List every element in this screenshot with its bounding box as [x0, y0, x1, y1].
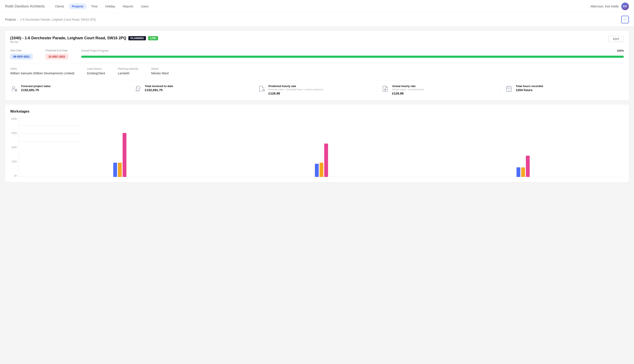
metric-title-1: Total invoiced to date: [145, 84, 173, 88]
start-date-block: Start Date 09-SEP-2021: [10, 49, 33, 60]
metric-value-2: £126.89: [269, 92, 323, 95]
planning-authority-value: Lambeth: [118, 72, 138, 75]
metric-subtitle-2: Forecast value ÷ (recorded hours × proje…: [269, 88, 323, 91]
nav-link-users[interactable]: Users: [138, 4, 152, 9]
chart-bar-1-0: [315, 164, 319, 177]
brand: Rodić Davidson Architects: [5, 4, 45, 8]
nav-link-projects[interactable]: Projects: [69, 4, 87, 9]
nav-link-holiday[interactable]: Holiday: [102, 4, 119, 9]
chart-bar-1-1: [320, 163, 323, 177]
project-bio: No bio: [10, 40, 158, 44]
y-label: 0h: [14, 174, 17, 177]
metric-title-4: Total hours recorded: [516, 84, 543, 88]
metric-content-4: Total hours recorded 1204 hours: [516, 84, 543, 92]
breadcrumb-current: 1-6 Dorchester Parade, Leigham Court Roa…: [20, 18, 96, 21]
coins-icon: [10, 84, 19, 93]
metric-content-0: Forecast project value £152,691.75: [21, 84, 51, 92]
end-date-block: Predicted End Date 31-DEC-2021: [46, 49, 69, 60]
client-label: Client: [10, 67, 74, 70]
chart-bar-2-0: [516, 167, 520, 177]
metric-content-1: Total invoiced to date £152,691.75: [145, 84, 173, 92]
greeting: Afternoon, Keir Kettle: [590, 5, 619, 8]
y-label: 600h: [11, 118, 17, 120]
planning-badge: PLANNING: [128, 36, 146, 40]
progress-percent: 100%: [617, 49, 624, 52]
breadcrumb-separator: |: [18, 18, 19, 21]
chart-bars-area: [19, 118, 624, 177]
metric-value-3: £126.89: [392, 92, 424, 95]
nav-links: ClientsProjectsTimeHolidayReportsUsers: [52, 4, 590, 9]
planning-authority-label: Planning authority: [118, 67, 138, 70]
metric-value-1: £152,691.75: [145, 88, 173, 92]
metric-item-2: Predicted hourly rate Forecast value ÷ (…: [253, 84, 377, 95]
start-date-label: Start Date: [10, 49, 33, 52]
progress-block: Overall Project Progress 100%: [81, 49, 624, 58]
owner-block: Owner Nikolas Ward: [151, 67, 169, 75]
metric-title-0: Forecast project value: [21, 84, 51, 88]
live-badge: LIVE: [148, 36, 158, 40]
progress-label: Overall Project Progress: [81, 49, 109, 52]
lead-source-block: Lead Source ExistingClient: [87, 67, 105, 75]
edit-button[interactable]: EDIT: [608, 36, 624, 42]
chart-bar-0-1: [118, 163, 122, 177]
chart-bar-2-1: [521, 167, 525, 177]
end-date-label: Predicted End Date: [46, 49, 69, 52]
client-block: Client William Samuels (Wilben Developme…: [10, 67, 74, 75]
metric-item-3: Actual hourly rate Invoice value ÷ recor…: [376, 84, 500, 95]
brand-name: Rodić Davidson: [5, 4, 29, 8]
y-label: 150h: [11, 160, 17, 163]
avatar: KK: [621, 2, 629, 10]
project-meta-row: Start Date 09-SEP-2021 Predicted End Dat…: [10, 49, 624, 60]
end-date-value: 31-DEC-2021: [46, 54, 69, 60]
metric-item-0: Forecast project value £152,691.75: [10, 84, 129, 93]
metric-subtitle-3: Invoice value ÷ recorded hours: [392, 88, 424, 91]
workstages-title: Workstages: [10, 110, 624, 114]
owner-value: Nikolas Ward: [151, 72, 169, 75]
calendar-icon: 15: [505, 84, 513, 93]
file-check-icon: [381, 84, 389, 93]
chart-bar-0-0: [113, 163, 117, 177]
chart-group-2: [426, 156, 619, 177]
lead-source-label: Lead Source: [87, 67, 105, 70]
breadcrumb-home[interactable]: Projects: [5, 18, 16, 21]
workstages-card: Workstages 600h450h300h150h0h: [5, 104, 629, 182]
svg-point-0: [13, 86, 15, 88]
breadcrumb: Projects | 1-6 Dorchester Parade, Leigha…: [5, 18, 96, 21]
piggy-icon: [134, 84, 142, 93]
client-row: Client William Samuels (Wilben Developme…: [10, 67, 624, 75]
metric-title-2: Predicted hourly rate: [269, 84, 323, 88]
metric-content-3: Actual hourly rate Invoice value ÷ recor…: [392, 84, 424, 95]
chart-bar-0-2: [123, 133, 126, 177]
nav-link-time[interactable]: Time: [88, 4, 101, 9]
chart-bar-2-2: [526, 156, 530, 177]
project-card: (1040) - 1-6 Dorchester Parade, Leigham …: [5, 31, 629, 100]
project-title: (1040) - 1-6 Dorchester Parade, Leigham …: [10, 36, 126, 40]
nav-link-reports[interactable]: Reports: [119, 4, 137, 9]
nav-right: Afternoon, Keir Kettle KK: [590, 2, 629, 10]
owner-label: Owner: [151, 67, 169, 70]
client-value: William Samuels (Wilben Developments Lim…: [10, 72, 74, 75]
metric-item-1: Total invoiced to date £152,691.75: [129, 84, 253, 93]
metric-item-4: 15 Total hours recorded 1204 hours: [500, 84, 624, 93]
progress-bar-inner: [81, 56, 624, 58]
project-title-row: (1040) - 1-6 Dorchester Parade, Leigham …: [10, 36, 158, 40]
metric-value-4: 1204 hours: [516, 88, 543, 92]
metric-title-3: Actual hourly rate: [392, 84, 424, 88]
chart-bar-1-2: [324, 144, 328, 177]
chart-y-axis: 600h450h300h150h0h: [10, 118, 19, 177]
nav-link-clients[interactable]: Clients: [52, 4, 68, 9]
y-label: 300h: [11, 146, 17, 149]
metric-content-2: Predicted hourly rate Forecast value ÷ (…: [269, 84, 323, 95]
y-label: 450h: [11, 132, 17, 134]
planning-authority-block: Planning authority Lambeth: [118, 67, 138, 75]
lead-source-value: ExistingClient: [87, 72, 105, 75]
main-content: (1040) - 1-6 Dorchester Parade, Leigham …: [0, 26, 634, 186]
brand-suffix: Architects: [30, 4, 45, 8]
metrics-row: Forecast project value £152,691.75 Total…: [10, 80, 624, 95]
favourite-button[interactable]: ♡: [621, 16, 629, 23]
chart-group-0: [23, 133, 216, 177]
navbar: Rodić Davidson Architects ClientsProject…: [0, 0, 634, 13]
svg-point-2: [137, 88, 138, 88]
progress-bar-outer: [81, 56, 624, 58]
file-clock-icon: [258, 84, 266, 93]
